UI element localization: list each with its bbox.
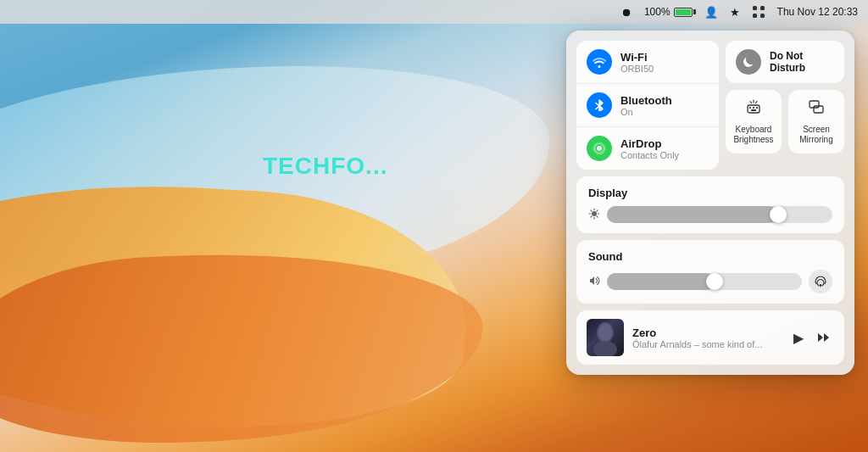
bluetooth-tile[interactable]: Bluetooth On <box>576 84 719 127</box>
dnd-text: Do Not Disturb <box>770 50 834 75</box>
svg-rect-7 <box>748 105 760 113</box>
svg-point-29 <box>598 324 612 341</box>
display-slider-row <box>588 206 832 223</box>
sound-slider-fill <box>607 273 715 290</box>
display-label: Display <box>588 187 832 199</box>
sound-slider-row <box>588 270 832 293</box>
now-playing-info: Zero Ólafur Arnalds – some kind of... <box>632 326 782 349</box>
sound-section: Sound <box>576 240 844 304</box>
screentime-icon[interactable]: ⏺ <box>621 6 632 19</box>
svg-line-24 <box>597 209 598 210</box>
network-tiles: Wi-Fi ORBI50 Bluetooth On <box>576 41 719 170</box>
keyboard-brightness-icon <box>745 98 762 120</box>
dnd-label: Do Not Disturb <box>770 50 834 75</box>
svg-point-17 <box>592 211 597 216</box>
play-button[interactable]: ▶ <box>790 326 807 349</box>
airdrop-icon <box>587 136 612 161</box>
battery-percentage: 100% <box>644 6 670 18</box>
menubar: ⏺ 100% 👤 ★ Thu Nov 12 20:33 <box>0 0 868 24</box>
airdrop-status: Contacts Only <box>620 150 679 160</box>
airdrop-text: AirDrop Contacts Only <box>620 137 679 160</box>
control-center-panel: Wi-Fi ORBI50 Bluetooth On <box>566 31 854 375</box>
right-tiles: Do Not Disturb <box>726 41 844 170</box>
sound-volume-icon <box>588 275 600 289</box>
bluetooth-name: Bluetooth <box>620 94 672 107</box>
airdrop-name: AirDrop <box>620 137 679 150</box>
svg-line-13 <box>750 102 752 103</box>
bluetooth-status: On <box>620 107 672 117</box>
svg-point-26 <box>820 284 822 287</box>
album-art-inner <box>587 319 624 356</box>
menubar-clock: Thu Nov 12 20:33 <box>777 6 858 18</box>
svg-rect-9 <box>753 107 754 109</box>
battery-display[interactable]: 100% <box>644 6 693 18</box>
svg-line-14 <box>756 102 758 103</box>
bluetooth-icon <box>587 92 612 118</box>
top-section: Wi-Fi ORBI50 Bluetooth On <box>576 41 844 170</box>
svg-rect-11 <box>751 109 756 111</box>
sound-slider-thumb <box>706 273 723 290</box>
screen-mirroring-tile[interactable]: Screen Mirroring <box>788 90 844 153</box>
now-playing-controls: ▶ <box>790 326 834 349</box>
screen-mirroring-icon <box>808 98 825 120</box>
keyboard-brightness-label: Keyboard Brightness <box>732 125 775 145</box>
bluetooth-text: Bluetooth On <box>620 94 672 117</box>
svg-rect-3 <box>760 14 765 18</box>
battery-icon <box>674 8 693 17</box>
sound-label: Sound <box>588 250 832 263</box>
now-playing-title: Zero <box>632 326 782 339</box>
album-art <box>587 319 624 356</box>
wifi-tile[interactable]: Wi-Fi ORBI50 <box>576 41 719 84</box>
svg-line-23 <box>597 216 598 217</box>
svg-rect-2 <box>753 14 757 18</box>
display-slider[interactable] <box>607 206 832 223</box>
now-playing-artist: Ólafur Arnalds – some kind of... <box>632 339 782 349</box>
small-tiles-row: Keyboard Brightness Screen Mirroring <box>726 90 844 153</box>
wifi-network: ORBI50 <box>620 64 654 74</box>
screen-mirroring-label: Screen Mirroring <box>795 125 837 145</box>
airdrop-tile[interactable]: AirDrop Contacts Only <box>576 127 719 170</box>
svg-rect-0 <box>753 6 757 10</box>
keyboard-brightness-tile[interactable]: Keyboard Brightness <box>726 90 782 153</box>
user-icon[interactable]: 👤 <box>704 6 718 19</box>
svg-rect-1 <box>760 6 765 10</box>
display-slider-thumb <box>770 206 787 223</box>
dnd-tile[interactable]: Do Not Disturb <box>726 41 844 83</box>
svg-point-28 <box>593 341 617 356</box>
display-section: Display <box>576 176 844 233</box>
dnd-icon <box>736 49 761 75</box>
battery-fill <box>676 9 691 15</box>
svg-line-22 <box>591 209 592 210</box>
display-slider-fill <box>607 206 778 223</box>
wifi-icon <box>587 49 612 75</box>
forward-button[interactable] <box>812 326 834 349</box>
airplay-button[interactable] <box>809 270 832 293</box>
watermark: TECHFO... <box>263 153 387 180</box>
svg-point-4 <box>597 146 602 151</box>
wifi-name: Wi-Fi <box>620 51 654 64</box>
svg-rect-8 <box>749 107 751 109</box>
svg-line-25 <box>591 216 592 217</box>
wifi-text: Wi-Fi ORBI50 <box>620 51 654 74</box>
sound-slider[interactable] <box>607 273 802 290</box>
now-playing-section: Zero Ólafur Arnalds – some kind of... ▶ <box>576 310 844 365</box>
svg-rect-10 <box>756 107 758 109</box>
control-center-icon[interactable] <box>752 5 765 19</box>
display-brightness-icon <box>588 208 600 222</box>
star-icon[interactable]: ★ <box>730 6 740 19</box>
